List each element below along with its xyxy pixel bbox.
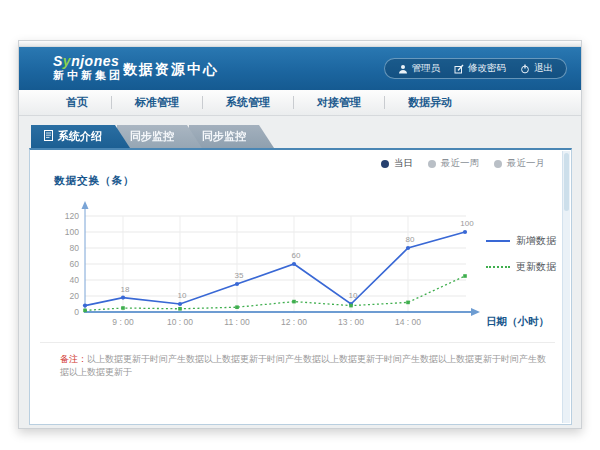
footer-note: 备注：以上数据更新于时间产生数据以上数据更新于时间产生数据以上数据更新于时间产生… [60, 353, 551, 379]
svg-text:10: 10 [349, 291, 358, 300]
svg-text:100: 100 [460, 219, 474, 228]
dotted-line-icon [486, 266, 510, 268]
legend-item-updated-data[interactable]: 更新数据 [486, 260, 556, 274]
line-chart: 0204060801001209 : 0010 : 0011 : 0012 : … [48, 194, 553, 334]
radio-last-week-label: 最近一周 [441, 157, 479, 170]
nav-item-data-change[interactable]: 数据异动 [385, 95, 475, 110]
brand-leaf-accent: y [63, 53, 71, 69]
note-label: 备注： [60, 354, 87, 364]
user-icon [398, 64, 408, 74]
solid-line-icon [486, 240, 510, 242]
power-icon [520, 64, 530, 74]
tab-sync-monitor-2[interactable]: 同步监控 [189, 125, 274, 148]
page: Synjones 新中新集团 数据资源中心 管理员 修改密码 [0, 0, 600, 450]
radio-dot-icon [494, 160, 502, 168]
change-password-label: 修改密码 [468, 62, 506, 75]
page-title: 数据资源中心 [123, 61, 219, 79]
svg-text:80: 80 [70, 243, 80, 253]
svg-text:日期（小时）: 日期（小时） [486, 315, 549, 328]
nav-item-interface-mgmt[interactable]: 对接管理 [294, 95, 384, 110]
svg-text:80: 80 [406, 235, 415, 244]
svg-text:0: 0 [74, 307, 79, 317]
nav-item-standard-mgmt[interactable]: 标准管理 [112, 95, 202, 110]
change-password-button[interactable]: 修改密码 [454, 62, 506, 75]
svg-text:9 : 00: 9 : 00 [112, 317, 134, 327]
nav-item-home[interactable]: 首页 [43, 95, 111, 110]
svg-text:100: 100 [65, 227, 79, 237]
svg-text:35: 35 [235, 271, 244, 280]
y-axis-title: 数据交换（条） [54, 174, 135, 188]
logout-label: 退出 [534, 62, 553, 75]
radio-today-label: 当日 [394, 157, 413, 170]
legend-item-new-data[interactable]: 新增数据 [486, 234, 556, 248]
edit-icon [454, 64, 464, 74]
svg-text:60: 60 [70, 259, 80, 269]
app-window: Synjones 新中新集团 数据资源中心 管理员 修改密码 [18, 40, 582, 429]
panel-divider [40, 342, 555, 343]
svg-text:120: 120 [65, 211, 79, 221]
svg-text:14 : 00: 14 : 00 [395, 317, 421, 327]
legend-label: 新增数据 [516, 234, 556, 248]
content-panel: 当日 最近一周 最近一月 数据交换（条） 0204060801001209 : … [29, 148, 572, 425]
user-menu-admin-label: 管理员 [412, 62, 441, 75]
svg-text:60: 60 [292, 251, 301, 260]
radio-today[interactable]: 当日 [381, 157, 413, 170]
tab-label: 同步监控 [130, 129, 174, 144]
logout-button[interactable]: 退出 [520, 62, 553, 75]
tab-label: 系统介绍 [58, 129, 102, 144]
legend-label: 更新数据 [516, 260, 556, 274]
svg-text:40: 40 [70, 275, 80, 285]
header: Synjones 新中新集团 数据资源中心 管理员 修改密码 [19, 47, 581, 90]
svg-text:10 : 00: 10 : 00 [167, 317, 193, 327]
nav-item-system-mgmt[interactable]: 系统管理 [203, 95, 293, 110]
svg-text:12 : 00: 12 : 00 [281, 317, 307, 327]
radio-last-month-label: 最近一月 [507, 157, 545, 170]
vertical-scrollbar[interactable] [562, 151, 570, 423]
note-text: 以上数据更新于时间产生数据以上数据更新于时间产生数据以上数据更新于时间产生数据以… [60, 354, 546, 377]
tab-label: 同步监控 [202, 129, 246, 144]
svg-text:10: 10 [178, 291, 187, 300]
svg-text:11 : 00: 11 : 00 [224, 317, 250, 327]
tab-system-intro[interactable]: 系统介绍 [31, 125, 130, 148]
tab-bar: 系统介绍 同步监控 同步监控 [31, 125, 261, 148]
radio-dot-icon [428, 160, 436, 168]
brand-name-en: Synjones [53, 54, 123, 69]
svg-text:20: 20 [70, 291, 80, 301]
brand-name-cn: 新中新集团 [53, 69, 123, 82]
main-nav: 首页 标准管理 系统管理 对接管理 数据异动 [19, 90, 581, 116]
svg-text:18: 18 [121, 285, 130, 294]
chart-legend: 新增数据 更新数据 [486, 234, 556, 274]
document-icon [44, 130, 53, 143]
radio-dot-icon [381, 160, 389, 168]
user-menu: 管理员 修改密码 退出 [384, 58, 568, 79]
scrollbar-thumb[interactable] [564, 153, 569, 211]
time-range-filter: 当日 最近一周 最近一月 [381, 157, 545, 170]
user-menu-admin[interactable]: 管理员 [398, 62, 441, 75]
svg-text:13 : 00: 13 : 00 [338, 317, 364, 327]
radio-last-month[interactable]: 最近一月 [494, 157, 545, 170]
brand-logo: Synjones 新中新集团 [53, 54, 123, 82]
radio-last-week[interactable]: 最近一周 [428, 157, 479, 170]
